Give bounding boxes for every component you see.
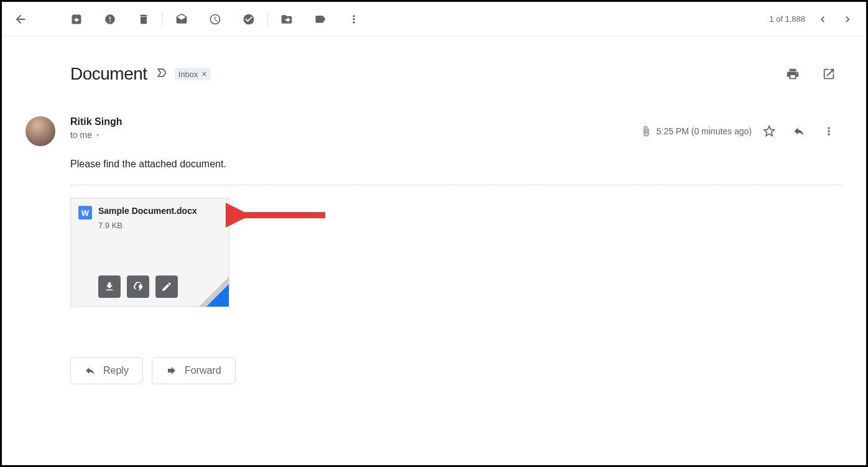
add-task-button[interactable] <box>236 7 261 32</box>
toolbar-separator <box>267 12 268 26</box>
label-text: Inbox <box>178 70 198 79</box>
subject: Document <box>70 64 147 84</box>
archive-button[interactable] <box>64 7 89 32</box>
move-to-button[interactable] <box>274 7 299 32</box>
recipients-text: to me <box>70 130 92 140</box>
save-to-drive-button[interactable] <box>127 275 149 298</box>
avatar[interactable] <box>25 116 55 146</box>
toolbar: 1 of 1,888 <box>2 2 866 37</box>
message-more-button[interactable] <box>816 119 841 144</box>
spam-button[interactable] <box>98 7 122 32</box>
delete-button[interactable] <box>131 7 156 32</box>
download-attachment-button[interactable] <box>98 275 121 298</box>
snooze-button[interactable] <box>203 7 228 32</box>
forward-label: Forward <box>185 365 221 376</box>
message-header: Ritik Singh to me 5:25 PM (0 minutes ago… <box>17 116 841 146</box>
older-button[interactable] <box>810 7 835 32</box>
reply-button[interactable]: Reply <box>70 357 143 384</box>
recipients-dropdown[interactable]: to me <box>70 130 122 140</box>
edit-attachment-button[interactable] <box>155 275 178 298</box>
label-chip[interactable]: Inbox × <box>175 68 211 80</box>
important-icon[interactable] <box>156 67 169 81</box>
timestamp: 5:25 PM (0 minutes ago) <box>657 126 752 136</box>
divider <box>70 185 841 185</box>
label-remove-icon[interactable]: × <box>201 69 206 79</box>
attachment-card[interactable]: W Sample Document.docx 7.9 KB <box>70 198 229 307</box>
chevron-down-icon <box>95 132 101 138</box>
back-button[interactable] <box>8 7 33 32</box>
reply-label: Reply <box>103 365 129 376</box>
mark-unread-button[interactable] <box>169 7 194 32</box>
annotation-arrow-icon <box>226 200 331 231</box>
attachment-name: Sample Document.docx <box>98 206 197 216</box>
word-file-icon: W <box>78 206 92 220</box>
attachment-corner-accent <box>206 284 229 307</box>
open-new-window-button[interactable] <box>816 62 841 86</box>
sender-name: Ritik Singh <box>70 116 122 127</box>
labels-button[interactable] <box>308 7 333 32</box>
print-button[interactable] <box>780 62 805 86</box>
message-body: Please find the attached document. <box>70 159 841 170</box>
subject-row: Document Inbox × <box>70 62 841 86</box>
pagination-label: 1 of 1,888 <box>769 14 805 24</box>
forward-button[interactable]: Forward <box>152 357 236 384</box>
toolbar-separator <box>162 12 163 26</box>
attachment-size: 7.9 KB <box>98 221 229 230</box>
newer-button[interactable] <box>835 7 860 32</box>
reply-icon-button[interactable] <box>787 119 811 144</box>
attachment-icon <box>640 126 652 137</box>
more-button[interactable] <box>341 7 366 32</box>
star-button[interactable] <box>757 119 782 144</box>
